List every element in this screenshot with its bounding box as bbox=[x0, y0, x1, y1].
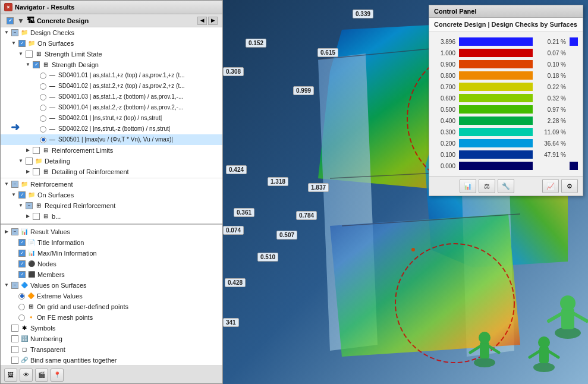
tree-item-bind-same[interactable]: ▶ 🔗 Bind same quantities together bbox=[1, 355, 222, 366]
checkbox-numbering[interactable] bbox=[11, 335, 18, 342]
tree-item-strength-limit[interactable]: ▼ ⊞ Strength Limit State bbox=[1, 49, 222, 59]
tree-item-b[interactable]: ▶ ⊞ b... bbox=[1, 211, 222, 222]
scale-row-0900: 0.900 0.10 % bbox=[434, 59, 578, 70]
tree-item-transparent[interactable]: ▶ ◻ Transparent bbox=[1, 344, 222, 355]
toolbar-screenshot-btn[interactable]: 🖼 bbox=[4, 369, 17, 382]
checkbox-detailing[interactable] bbox=[26, 158, 33, 165]
checkbox-reinf-limits[interactable] bbox=[33, 147, 40, 154]
checkbox-members[interactable]: ✓ bbox=[18, 271, 26, 278]
tree-item-title-info[interactable]: ▶ ✓ 📄 Title Information bbox=[1, 237, 222, 248]
radio-sd0501[interactable] bbox=[40, 137, 46, 143]
radio-sd0401-04[interactable] bbox=[40, 105, 46, 111]
checkbox-title-info[interactable]: ✓ bbox=[18, 239, 26, 246]
tree-item-on-fe-mesh[interactable]: ▶ 🔸 On FE mesh points bbox=[1, 312, 222, 323]
tree-item-members[interactable]: ▶ ✓ ⬛ Members bbox=[1, 269, 222, 280]
cp-chart-btn[interactable]: 📊 bbox=[460, 179, 476, 193]
nav-prev-btn[interactable]: ◀ bbox=[197, 17, 207, 25]
scale-indicator bbox=[570, 37, 578, 46]
checkbox-symbols[interactable] bbox=[11, 325, 18, 332]
radio-sd0401-01[interactable] bbox=[40, 73, 46, 79]
expand-arrow[interactable]: ▼ bbox=[3, 282, 10, 289]
checkbox-nodes[interactable]: ✓ bbox=[18, 260, 26, 267]
tree-item-sd0402-01[interactable]: ▶ — SD0402.01 | |ns,strut,+z (top) / ns,… bbox=[1, 113, 222, 124]
close-button[interactable]: × bbox=[4, 3, 12, 11]
radio-on-grid[interactable] bbox=[18, 304, 25, 310]
scale-bar bbox=[459, 150, 533, 159]
expand-arrow[interactable]: ▼ bbox=[3, 29, 10, 36]
checkbox-strength-design[interactable]: ✓ bbox=[33, 61, 40, 68]
checkbox-values-surfaces[interactable]: − bbox=[11, 282, 18, 289]
tree-item-reinforcement[interactable]: ▼ − 📁 Reinforcement bbox=[1, 179, 222, 190]
tree-item-values-on-surfaces[interactable]: ▼ − 🔷 Values on Surfaces bbox=[1, 280, 222, 291]
tree-item-on-surfaces-1[interactable]: ▼ ✓ 📁 On Surfaces bbox=[1, 38, 222, 49]
expand-arrow[interactable]: ▶ bbox=[24, 213, 32, 220]
radio-sd0401-02[interactable] bbox=[40, 83, 46, 90]
tree-item-sd0501[interactable]: ▶ — SD0501 | |max(vu / (Φv,T * Vn), Vu /… bbox=[1, 134, 222, 145]
checkbox-bind-same[interactable] bbox=[11, 357, 18, 364]
label-0074: 0.074 bbox=[223, 226, 244, 235]
tree-item-extreme-values[interactable]: ▶ 🔶 Extreme Values bbox=[1, 291, 222, 301]
tree-item-strength-design[interactable]: ▼ ✓ ⊞ Strength Design bbox=[1, 59, 222, 70]
checkbox-required-reinf[interactable]: − bbox=[26, 202, 33, 209]
checkbox-transparent[interactable] bbox=[11, 346, 18, 353]
tree-item-nodes[interactable]: ▶ ✓ ⚫ Nodes bbox=[1, 259, 222, 269]
tree-item-on-surfaces-2[interactable]: ▼ ✓ 📁 On Surfaces bbox=[1, 190, 222, 200]
checkbox-on-surfaces[interactable]: ✓ bbox=[18, 40, 26, 47]
checkbox-on-surfaces-2[interactable]: ✓ bbox=[18, 191, 26, 199]
tree-item-design-checks[interactable]: ▼ − 📁 Design Checks bbox=[1, 27, 222, 38]
cp-settings-btn[interactable]: ⚙ bbox=[561, 179, 578, 193]
dash-icon: — bbox=[48, 103, 56, 112]
cp-balance-btn[interactable]: ⚖ bbox=[479, 179, 495, 193]
tree-item-sd0402-02[interactable]: ▶ — ➜ SD0402.02 | |ns,strut,-z (bottom) … bbox=[1, 124, 222, 134]
tree-item-required-reinf[interactable]: ▼ − ⊞ Required Reinforcement bbox=[1, 200, 222, 211]
checkbox-reinforcement[interactable]: − bbox=[11, 181, 18, 188]
expand-arrow[interactable]: ▼ bbox=[24, 61, 32, 68]
expand-arrow[interactable]: ▶ bbox=[3, 228, 10, 235]
checkbox-detailing-reinf[interactable] bbox=[33, 168, 40, 175]
toolbar-render-btn[interactable]: 🎬 bbox=[35, 369, 48, 382]
tree-item-on-grid[interactable]: ▶ ⊞ On grid and user-defined points bbox=[1, 301, 222, 312]
expand-arrow[interactable]: ▼ bbox=[17, 51, 24, 58]
checkbox-b[interactable] bbox=[33, 213, 40, 220]
checkbox-result-values[interactable]: − bbox=[11, 228, 18, 235]
expand-arrow[interactable]: ▼ bbox=[17, 158, 24, 165]
toolbar-pin-btn[interactable]: 📍 bbox=[51, 369, 64, 382]
section-checkbox[interactable]: ✓ bbox=[7, 17, 14, 24]
expand-arrow[interactable]: ▶ bbox=[24, 147, 32, 154]
checkbox-maxmin-info[interactable]: ✓ bbox=[18, 250, 26, 257]
section-header[interactable]: ✓ ▼ 🏗 Concrete Design ◀ ▶ bbox=[1, 14, 222, 27]
expand-arrow[interactable]: ▼ bbox=[17, 202, 24, 209]
tree-item-detailing[interactable]: ▼ 📁 Detailing bbox=[1, 156, 222, 166]
cp-export-btn[interactable]: 🔧 bbox=[498, 179, 514, 193]
control-panel: Control Panel Concrete Design | Design C… bbox=[429, 5, 583, 196]
nav-next-btn[interactable]: ▶ bbox=[208, 17, 218, 25]
folder-icon: 📁 bbox=[20, 180, 29, 188]
dash-icon: — bbox=[48, 93, 56, 101]
radio-sd0401-03[interactable] bbox=[40, 94, 46, 100]
cp-lines-btn[interactable]: 📈 bbox=[542, 179, 559, 193]
tree-item-symbols[interactable]: ▶ ✱ Symbols bbox=[1, 323, 222, 333]
expand-arrow[interactable]: ▼ bbox=[10, 191, 17, 199]
folder-icon: 📁 bbox=[34, 157, 43, 165]
radio-extreme-values[interactable] bbox=[18, 293, 25, 300]
radio-sd0402-01[interactable] bbox=[40, 115, 46, 122]
tree-item-sd0401-01[interactable]: ▶ — SD0401.01 | as,stat.1,+z (top) / as,… bbox=[1, 70, 222, 81]
tree-item-sd0401-02[interactable]: ▶ — SD0401.02 | as,stat.2,+z (top) / as,… bbox=[1, 81, 222, 92]
scale-bar bbox=[459, 71, 533, 80]
expand-arrow[interactable]: ▼ bbox=[10, 40, 17, 47]
expand-arrow[interactable]: ▼ bbox=[3, 181, 10, 188]
folder-icon: 📁 bbox=[20, 29, 29, 37]
tree-item-detailing-reinf[interactable]: ▶ ⊞ Detailing of Reinforcement bbox=[1, 166, 222, 177]
expand-arrow[interactable]: ▶ bbox=[24, 168, 32, 175]
checkbox-strength-limit[interactable] bbox=[26, 51, 33, 58]
tree-item-sd0401-04[interactable]: ▶ — SD0401.04 | as,stat.2,-z (bottom) / … bbox=[1, 102, 222, 113]
tree-item-maxmin-info[interactable]: ▶ ✓ 📊 Max/Min Information bbox=[1, 248, 222, 259]
checkbox-design-checks[interactable]: − bbox=[11, 29, 18, 36]
toolbar-view-btn[interactable]: 👁 bbox=[20, 369, 33, 382]
tree-item-numbering[interactable]: ▶ 🔢 Numbering bbox=[1, 333, 222, 344]
tree-item-reinf-limits[interactable]: ▶ ⊞ Reinforcement Limits bbox=[1, 145, 222, 156]
radio-sd0402-02[interactable] bbox=[40, 126, 46, 133]
tree-item-sd0401-03[interactable]: ▶ — SD0401.03 | as,stat.1,-z (bottom) / … bbox=[1, 92, 222, 102]
tree-item-result-values[interactable]: ▶ − 📊 Result Values bbox=[1, 226, 222, 237]
radio-on-fe-mesh[interactable] bbox=[18, 314, 25, 321]
